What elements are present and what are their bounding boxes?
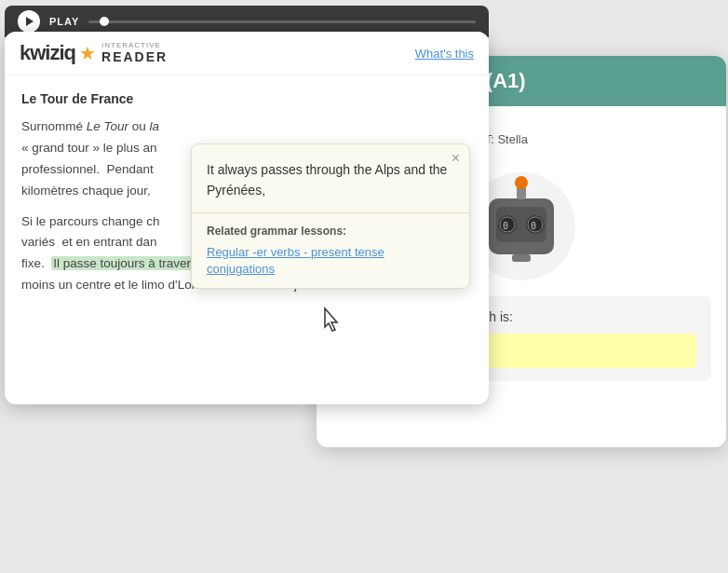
- svg-point-10: [515, 176, 528, 189]
- svg-text:0: 0: [531, 221, 536, 231]
- kwiziq-logo: kwiziq ★ interactive READER: [20, 41, 168, 65]
- tooltip-popup: × It always passes through the Alps and …: [191, 143, 470, 289]
- tooltip-close-button[interactable]: ×: [452, 150, 460, 167]
- whats-this-link[interactable]: What's this: [415, 47, 474, 61]
- svg-rect-11: [512, 254, 531, 262]
- progress-bar[interactable]: [88, 20, 476, 23]
- tooltip-grammar-link[interactable]: Regular -er verbs - present tense conjug…: [207, 245, 384, 276]
- tooltip-grammar-section: Related grammar lessons: Regular -er ver…: [192, 213, 469, 288]
- tooltip-grammar-title: Related grammar lessons:: [207, 225, 454, 238]
- reader-card: kwiziq ★ interactive READER What's this …: [5, 32, 489, 404]
- logo-kwiziq-text: kwiziq: [20, 41, 75, 65]
- reader-article-title: Le Tour de France: [21, 89, 472, 111]
- progress-indicator: [100, 17, 109, 26]
- svg-text:0: 0: [503, 221, 508, 231]
- play-label: PLAY: [49, 16, 79, 27]
- logo-star-icon: ★: [79, 42, 96, 64]
- logo-interactive-text: interactive: [101, 42, 168, 49]
- logo-right: interactive READER: [101, 42, 168, 65]
- logo-reader-text: READER: [101, 49, 168, 65]
- reader-header: kwiziq ★ interactive READER What's this: [5, 32, 489, 75]
- tooltip-translation: It always passes through the Alps and th…: [192, 144, 469, 213]
- mouse-cursor: [321, 307, 344, 333]
- play-button[interactable]: [18, 10, 40, 33]
